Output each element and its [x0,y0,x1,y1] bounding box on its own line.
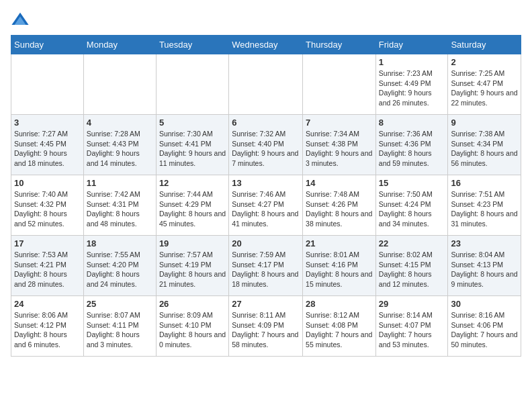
day-info: Sunrise: 7:23 AM Sunset: 4:49 PM Dayligh… [379,68,445,108]
weekday-header-sunday: Sunday [11,36,84,54]
calendar-cell [156,54,228,115]
calendar-cell: 27Sunrise: 8:11 AM Sunset: 4:09 PM Dayli… [229,296,303,357]
logo-icon [11,11,30,30]
calendar-cell: 22Sunrise: 8:02 AM Sunset: 4:15 PM Dayli… [375,236,448,296]
calendar-cell: 18Sunrise: 7:55 AM Sunset: 4:20 PM Dayli… [83,236,156,296]
day-number: 30 [451,299,518,309]
calendar-cell: 4Sunrise: 7:28 AM Sunset: 4:43 PM Daylig… [83,115,156,175]
day-number: 27 [232,299,300,309]
day-number: 15 [379,178,445,188]
day-number: 24 [14,299,81,309]
day-number: 22 [379,238,445,248]
calendar-cell: 25Sunrise: 8:07 AM Sunset: 4:11 PM Dayli… [83,296,156,357]
day-info: Sunrise: 7:59 AM Sunset: 4:17 PM Dayligh… [232,250,300,289]
day-number: 21 [306,238,373,248]
day-info: Sunrise: 7:53 AM Sunset: 4:21 PM Dayligh… [14,250,81,289]
day-info: Sunrise: 8:06 AM Sunset: 4:12 PM Dayligh… [14,310,81,350]
calendar-cell: 2Sunrise: 7:25 AM Sunset: 4:47 PM Daylig… [448,54,521,115]
weekday-header-tuesday: Tuesday [156,36,228,54]
day-number: 18 [87,238,153,248]
day-number: 11 [87,178,153,188]
day-info: Sunrise: 7:34 AM Sunset: 4:38 PM Dayligh… [306,129,373,169]
calendar-cell: 6Sunrise: 7:32 AM Sunset: 4:40 PM Daylig… [229,115,303,175]
day-info: Sunrise: 7:51 AM Sunset: 4:23 PM Dayligh… [451,189,518,229]
day-info: Sunrise: 8:12 AM Sunset: 4:08 PM Dayligh… [306,310,373,350]
day-info: Sunrise: 8:09 AM Sunset: 4:10 PM Dayligh… [159,310,226,350]
day-info: Sunrise: 7:38 AM Sunset: 4:34 PM Dayligh… [451,129,518,169]
calendar-cell: 9Sunrise: 7:38 AM Sunset: 4:34 PM Daylig… [448,115,521,175]
calendar-cell: 7Sunrise: 7:34 AM Sunset: 4:38 PM Daylig… [303,115,376,175]
calendar-cell [83,54,156,115]
day-info: Sunrise: 7:50 AM Sunset: 4:24 PM Dayligh… [379,189,445,229]
day-info: Sunrise: 7:36 AM Sunset: 4:36 PM Dayligh… [379,129,445,169]
calendar-table: SundayMondayTuesdayWednesdayThursdayFrid… [11,35,521,357]
day-number: 14 [306,178,373,188]
day-info: Sunrise: 7:27 AM Sunset: 4:45 PM Dayligh… [14,129,81,169]
day-number: 25 [87,299,153,309]
day-number: 8 [379,118,445,128]
day-info: Sunrise: 7:57 AM Sunset: 4:19 PM Dayligh… [159,250,226,289]
calendar-row: 10Sunrise: 7:40 AM Sunset: 4:32 PM Dayli… [11,175,521,236]
day-info: Sunrise: 8:14 AM Sunset: 4:07 PM Dayligh… [379,310,445,350]
calendar-row: 1Sunrise: 7:23 AM Sunset: 4:49 PM Daylig… [11,54,521,115]
calendar-cell: 23Sunrise: 8:04 AM Sunset: 4:13 PM Dayli… [448,236,521,296]
day-number: 28 [306,299,373,309]
day-info: Sunrise: 8:07 AM Sunset: 4:11 PM Dayligh… [87,310,153,350]
day-info: Sunrise: 7:40 AM Sunset: 4:32 PM Dayligh… [14,189,81,229]
day-number: 16 [451,178,518,188]
calendar-cell: 10Sunrise: 7:40 AM Sunset: 4:32 PM Dayli… [11,175,84,236]
calendar-cell [303,54,376,115]
day-number: 29 [379,299,445,309]
calendar-cell: 17Sunrise: 7:53 AM Sunset: 4:21 PM Dayli… [11,236,84,296]
day-number: 12 [159,178,226,188]
day-number: 19 [159,238,226,248]
calendar-cell: 13Sunrise: 7:46 AM Sunset: 4:27 PM Dayli… [229,175,303,236]
day-number: 26 [159,299,226,309]
day-info: Sunrise: 8:04 AM Sunset: 4:13 PM Dayligh… [451,250,518,289]
calendar-cell: 3Sunrise: 7:27 AM Sunset: 4:45 PM Daylig… [11,115,84,175]
day-info: Sunrise: 8:02 AM Sunset: 4:15 PM Dayligh… [379,250,445,289]
calendar-cell: 12Sunrise: 7:44 AM Sunset: 4:29 PM Dayli… [156,175,228,236]
day-info: Sunrise: 7:46 AM Sunset: 4:27 PM Dayligh… [232,189,300,229]
calendar-header-row: SundayMondayTuesdayWednesdayThursdayFrid… [11,36,521,54]
day-info: Sunrise: 7:48 AM Sunset: 4:26 PM Dayligh… [306,189,373,229]
weekday-header-monday: Monday [83,36,156,54]
day-number: 4 [87,118,153,128]
day-number: 2 [451,57,518,67]
calendar-cell: 11Sunrise: 7:42 AM Sunset: 4:31 PM Dayli… [83,175,156,236]
day-info: Sunrise: 8:11 AM Sunset: 4:09 PM Dayligh… [232,310,300,350]
calendar-cell: 30Sunrise: 8:16 AM Sunset: 4:06 PM Dayli… [448,296,521,357]
day-number: 7 [306,118,373,128]
day-info: Sunrise: 8:01 AM Sunset: 4:16 PM Dayligh… [306,250,373,289]
calendar-cell: 26Sunrise: 8:09 AM Sunset: 4:10 PM Dayli… [156,296,228,357]
weekday-header-thursday: Thursday [303,36,376,54]
day-number: 1 [379,57,445,67]
calendar-row: 24Sunrise: 8:06 AM Sunset: 4:12 PM Dayli… [11,296,521,357]
day-info: Sunrise: 7:25 AM Sunset: 4:47 PM Dayligh… [451,68,518,108]
day-info: Sunrise: 7:44 AM Sunset: 4:29 PM Dayligh… [159,189,226,229]
weekday-header-friday: Friday [375,36,448,54]
calendar-cell: 5Sunrise: 7:30 AM Sunset: 4:41 PM Daylig… [156,115,228,175]
calendar-cell: 29Sunrise: 8:14 AM Sunset: 4:07 PM Dayli… [375,296,448,357]
page-header [11,11,521,30]
calendar-cell: 21Sunrise: 8:01 AM Sunset: 4:16 PM Dayli… [303,236,376,296]
calendar-cell: 1Sunrise: 7:23 AM Sunset: 4:49 PM Daylig… [375,54,448,115]
day-number: 9 [451,118,518,128]
day-number: 5 [159,118,226,128]
day-info: Sunrise: 7:30 AM Sunset: 4:41 PM Dayligh… [159,129,226,169]
day-number: 23 [451,238,518,248]
day-info: Sunrise: 7:55 AM Sunset: 4:20 PM Dayligh… [87,250,153,289]
weekday-header-wednesday: Wednesday [229,36,303,54]
day-number: 13 [232,178,300,188]
calendar-cell [229,54,303,115]
day-number: 6 [232,118,300,128]
calendar-cell [11,54,84,115]
calendar-cell: 19Sunrise: 7:57 AM Sunset: 4:19 PM Dayli… [156,236,228,296]
day-info: Sunrise: 8:16 AM Sunset: 4:06 PM Dayligh… [451,310,518,350]
calendar-cell: 14Sunrise: 7:48 AM Sunset: 4:26 PM Dayli… [303,175,376,236]
calendar-cell: 16Sunrise: 7:51 AM Sunset: 4:23 PM Dayli… [448,175,521,236]
calendar-row: 17Sunrise: 7:53 AM Sunset: 4:21 PM Dayli… [11,236,521,296]
calendar-cell: 24Sunrise: 8:06 AM Sunset: 4:12 PM Dayli… [11,296,84,357]
day-number: 10 [14,178,81,188]
calendar-cell: 28Sunrise: 8:12 AM Sunset: 4:08 PM Dayli… [303,296,376,357]
